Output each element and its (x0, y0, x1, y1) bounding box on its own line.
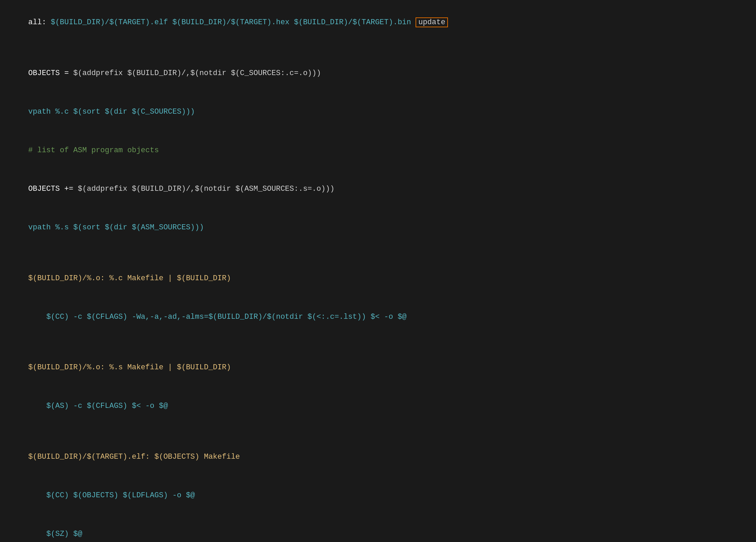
line-all: all: $(BUILD_DIR)/$(TARGET).elf $(BUILD_… (0, 3, 756, 42)
objects-keyword: OBJECTS = (28, 69, 73, 77)
line-objects1: OBJECTS = $(addprefix $(BUILD_DIR)/,$(no… (0, 54, 756, 93)
c-rule-target: $(BUILD_DIR)/%.o: %.c Makefile | $(BUILD… (28, 274, 231, 283)
elf-cmd1-text: $(CC) $(OBJECTS) $(LDFLAGS) -o $@ (46, 491, 195, 500)
comment-asm: # list of ASM program objects (28, 146, 159, 155)
elf-cmd1-indent (28, 491, 46, 500)
c-cmd-indent (28, 313, 46, 321)
s-cmd-text: $(AS) -c $(CFLAGS) $< -o $@ (46, 402, 168, 410)
line-elf-rule: $(BUILD_DIR)/$(TARGET).elf: $(OBJECTS) M… (0, 438, 756, 476)
line-s-cmd: $(AS) -c $(CFLAGS) $< -o $@ (0, 387, 756, 426)
vpath-s-text: vpath %.s $(sort $(dir $(ASM_SOURCES))) (28, 223, 204, 232)
line-s-rule: $(BUILD_DIR)/%.o: %.s Makefile | $(BUILD… (0, 348, 756, 387)
c-cmd-text: $(CC) -c $(CFLAGS) -Wa,-a,-ad,-alms=$(BU… (46, 313, 407, 321)
vpath-c-text: vpath %.c $(sort $(dir $(C_SOURCES))) (28, 108, 195, 116)
line-c-rule: $(BUILD_DIR)/%.o: %.c Makefile | $(BUILD… (0, 259, 756, 298)
s-cmd-indent (28, 402, 46, 410)
elf-rule-target: $(BUILD_DIR)/$(TARGET).elf: $(OBJECTS) M… (28, 453, 240, 461)
objects-value1: $(addprefix $(BUILD_DIR)/,$(notdir $(C_S… (73, 69, 321, 77)
elf-cmd2-text: $(SZ) $@ (46, 530, 83, 538)
line-elf-cmd2: $(SZ) $@ (0, 515, 756, 542)
code-editor: all: $(BUILD_DIR)/$(TARGET).elf $(BUILD_… (0, 0, 756, 542)
empty-line-4 (0, 426, 756, 438)
all-targets: $(BUILD_DIR)/$(TARGET).elf $(BUILD_DIR)/… (51, 18, 411, 27)
all-keyword: all: (28, 18, 51, 27)
line-objects2: OBJECTS += $(addprefix $(BUILD_DIR)/,$(n… (0, 170, 756, 209)
empty-line-1 (0, 42, 756, 54)
update-highlight: update (416, 17, 448, 27)
line-vpath-c: vpath %.c $(sort $(dir $(C_SOURCES))) (0, 93, 756, 131)
line-comment-asm: # list of ASM program objects (0, 131, 756, 170)
objects2-keyword: OBJECTS += (28, 185, 78, 193)
elf-cmd2-indent (28, 530, 46, 538)
line-vpath-s: vpath %.s $(sort $(dir $(ASM_SOURCES))) (0, 208, 756, 247)
line-c-cmd: $(CC) -c $(CFLAGS) -Wa,-a,-ad,-alms=$(BU… (0, 298, 756, 336)
line-elf-cmd1: $(CC) $(OBJECTS) $(LDFLAGS) -o $@ (0, 476, 756, 515)
empty-line-3 (0, 336, 756, 348)
s-rule-target: $(BUILD_DIR)/%.o: %.s Makefile | $(BUILD… (28, 363, 231, 372)
objects2-value: $(addprefix $(BUILD_DIR)/,$(notdir $(ASM… (78, 185, 335, 193)
empty-line-2 (0, 247, 756, 259)
